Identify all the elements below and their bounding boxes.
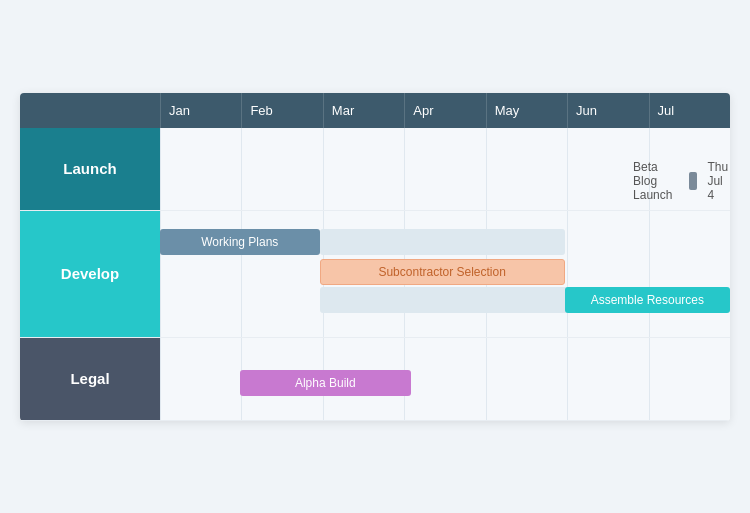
gantt-area-legal: Alpha Build: [160, 338, 730, 420]
row-label-legal: Legal: [20, 338, 160, 420]
month-label-feb: Feb: [241, 93, 322, 128]
month-label-jan: Jan: [160, 93, 241, 128]
row-label-develop: Develop: [20, 211, 160, 337]
assemble-resources[interactable]: Assemble Resources: [565, 287, 730, 313]
beta-blog-date: Thu Jul 4: [707, 160, 730, 202]
beta-blog-box: [689, 172, 698, 190]
gantt-chart: JanFebMarAprMayJunJul LaunchBeta Blog La…: [20, 93, 730, 421]
beta-blog-label-text: Beta Blog Launch: [633, 160, 679, 202]
gantt-area-launch: Beta Blog LaunchThu Jul 4: [160, 128, 730, 210]
gantt-row-develop: DevelopWorking PlansSubcontractor Select…: [20, 211, 730, 338]
month-label-apr: Apr: [404, 93, 485, 128]
range-bar-top: [320, 229, 565, 255]
month-label-mar: Mar: [323, 93, 404, 128]
months-row: JanFebMarAprMayJunJul: [160, 93, 730, 128]
alpha-build[interactable]: Alpha Build: [240, 370, 411, 396]
gantt-row-launch: LaunchBeta Blog LaunchThu Jul 4: [20, 128, 730, 211]
subcontractor-selection[interactable]: Subcontractor Selection: [320, 259, 565, 285]
month-label-may: May: [486, 93, 567, 128]
month-label-jul: Jul: [649, 93, 730, 128]
gantt-body: LaunchBeta Blog LaunchThu Jul 4DevelopWo…: [20, 128, 730, 421]
month-label-jun: Jun: [567, 93, 648, 128]
gantt-row-legal: LegalAlpha Build: [20, 338, 730, 421]
gantt-area-develop: Working PlansSubcontractor SelectionAsse…: [160, 211, 730, 337]
months-header: JanFebMarAprMayJunJul: [20, 93, 730, 128]
working-plans[interactable]: Working Plans: [160, 229, 320, 255]
row-label-launch: Launch: [20, 128, 160, 210]
beta-blog-launch: Beta Blog LaunchThu Jul 4: [633, 160, 730, 202]
